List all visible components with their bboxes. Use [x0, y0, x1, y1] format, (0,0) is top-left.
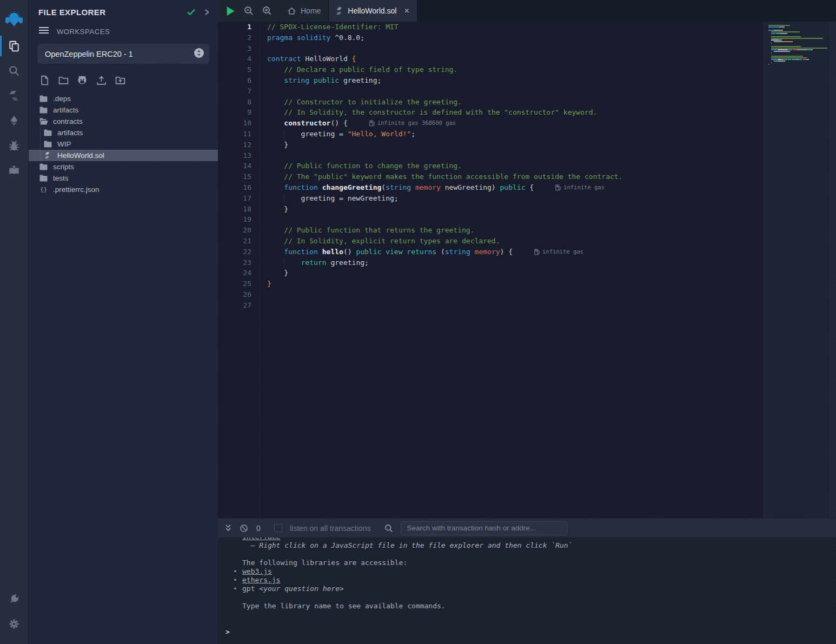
tree-indent-guide — [40, 128, 41, 160]
sidebar-item-deploy-run[interactable] — [0, 108, 29, 133]
line-number: 26 — [218, 289, 260, 300]
terminal-line — [242, 593, 836, 602]
line-number: 6 — [218, 75, 260, 86]
gas-estimate-badge: infinite gas — [534, 247, 583, 257]
editor-scrollbar[interactable] — [830, 22, 836, 518]
tab-home[interactable]: Home — [280, 0, 329, 22]
line-number: 9 — [218, 107, 260, 118]
sidebar-item-solidity-compiler[interactable] — [0, 83, 29, 108]
line-number: 7 — [218, 86, 260, 97]
zoom-out-icon[interactable] — [240, 0, 258, 22]
remix-logo-icon[interactable] — [0, 5, 29, 34]
code-line: 20 // Public function that returns the g… — [218, 225, 764, 236]
terminal-toolbar: 0 listen on all transactions — [218, 519, 836, 537]
code-line: 10 constructor() {infinite gas 368600 ga… — [218, 118, 764, 129]
indent-guide — [284, 257, 284, 268]
home-icon — [287, 6, 296, 15]
upload-folder-icon[interactable] — [113, 74, 127, 87]
code-line: 1// SPDX-License-Identifier: MIT — [218, 22, 764, 32]
code-line: 3 — [218, 43, 764, 54]
line-number: 22 — [218, 247, 260, 257]
minimap[interactable] — [764, 22, 830, 518]
tree-item-label: tests — [53, 174, 69, 182]
terminal-link[interactable]: web3.js — [242, 567, 272, 575]
sidebar-item-debugger[interactable] — [0, 133, 29, 158]
code-line: 8 // Constructor to initialize the greet… — [218, 97, 764, 108]
tree-item-tests[interactable]: tests — [29, 172, 218, 184]
code-line: 13 — [218, 150, 764, 161]
tree-item--prettierrc-json[interactable]: {}.prettierrc.json — [29, 184, 218, 195]
main-area: Home HelloWorld.sol ✕ 1// SPDX-License-I… — [218, 0, 836, 644]
page-title: FILE EXPLORER — [38, 8, 179, 17]
line-number: 5 — [218, 64, 260, 75]
terminal-search-input[interactable] — [401, 521, 567, 535]
sidebar-item-learneth[interactable] — [0, 158, 29, 183]
clear-console-icon[interactable] — [240, 524, 248, 533]
terminal-output[interactable]: interface – Right click on a JavaScript … — [218, 537, 836, 644]
code-line: 24 } — [218, 268, 764, 278]
tab-helloworld-sol[interactable]: HelloWorld.sol ✕ — [329, 0, 417, 22]
tree-item-scripts[interactable]: scripts — [29, 161, 218, 172]
tab-bar-filler — [417, 0, 836, 22]
braces-icon: {} — [39, 185, 48, 194]
tree-item-helloworld-sol[interactable]: HelloWorld.sol — [29, 150, 218, 161]
collapse-panel-chevron-icon[interactable] — [203, 8, 210, 16]
code-line: 17 greeting = newGreeting; — [218, 193, 764, 204]
sidebar-item-file-explorer[interactable] — [0, 34, 29, 58]
tree-item-wip[interactable]: WIP — [29, 138, 218, 150]
terminal-line: The following libraries are accessible: — [242, 559, 836, 567]
folder-icon — [39, 95, 48, 103]
file-tree: .depsartifactscontractsartifactsWIPHello… — [29, 93, 218, 195]
remix-ide-window: FILE EXPLORER WORKSPACES OpenZeppelin ER… — [0, 0, 836, 644]
code-line: 22 function hello() public view returns … — [218, 247, 764, 257]
indent-guide — [284, 193, 284, 204]
code-editor[interactable]: 1// SPDX-License-Identifier: MIT2pragma … — [218, 22, 836, 518]
terminal-link[interactable]: ethers.js — [242, 576, 280, 584]
line-number: 17 — [218, 193, 260, 204]
transaction-count: 0 — [256, 524, 261, 533]
folder-icon — [43, 129, 52, 137]
code-line: 5 // Declare a public field of type stri… — [218, 64, 764, 75]
settings-gear-icon[interactable] — [0, 612, 29, 636]
line-number: 18 — [218, 204, 260, 215]
line-number: 24 — [218, 268, 260, 278]
upload-file-icon[interactable] — [94, 74, 108, 87]
tree-item-artifacts[interactable]: artifacts — [29, 127, 218, 138]
tree-item-label: WIP — [57, 140, 71, 148]
new-folder-icon[interactable] — [56, 74, 70, 87]
solidity-icon — [43, 151, 52, 160]
workspace-switch-icon[interactable] — [193, 47, 205, 61]
listen-transactions-checkbox[interactable] — [274, 524, 282, 532]
line-number: 13 — [218, 150, 260, 161]
folder-icon — [39, 174, 48, 182]
line-number: 4 — [218, 54, 260, 64]
collapse-terminal-icon[interactable] — [224, 524, 232, 532]
line-number: 11 — [218, 129, 260, 140]
folder-icon — [39, 163, 48, 171]
line-number: 15 — [218, 171, 260, 182]
new-file-icon[interactable] — [37, 74, 51, 87]
terminal-link[interactable]: interface — [242, 537, 280, 541]
tree-item-contracts[interactable]: contracts — [29, 116, 218, 127]
zoom-in-icon[interactable] — [258, 0, 276, 22]
line-number: 19 — [218, 214, 260, 225]
sidebar-item-plugin-manager[interactable] — [0, 587, 29, 612]
code-line: 21 // In Solidity, explicit return types… — [218, 236, 764, 247]
tab-label: Home — [301, 6, 321, 15]
github-icon[interactable] — [75, 74, 89, 87]
minimap-code — [764, 22, 830, 68]
terminal-list-item: gpt <your question here> — [242, 585, 836, 593]
terminal-prompt[interactable]: > — [225, 628, 836, 636]
tree-item-artifacts[interactable]: artifacts — [29, 104, 218, 116]
workspaces-menu-icon[interactable] — [38, 26, 49, 36]
check-icon[interactable] — [187, 8, 196, 16]
workspace-select[interactable]: OpenZeppelin ERC20 - 1 — [37, 44, 209, 64]
close-tab-icon[interactable]: ✕ — [404, 7, 409, 15]
tree-item--deps[interactable]: .deps — [29, 93, 218, 104]
search-icon — [384, 524, 393, 533]
terminal-line: – Right click on a JavaScript file in th… — [242, 541, 836, 550]
run-script-button[interactable] — [221, 0, 240, 22]
code-line: 19 — [218, 214, 764, 225]
sidebar-item-search[interactable] — [0, 58, 29, 83]
line-number: 3 — [218, 43, 260, 54]
